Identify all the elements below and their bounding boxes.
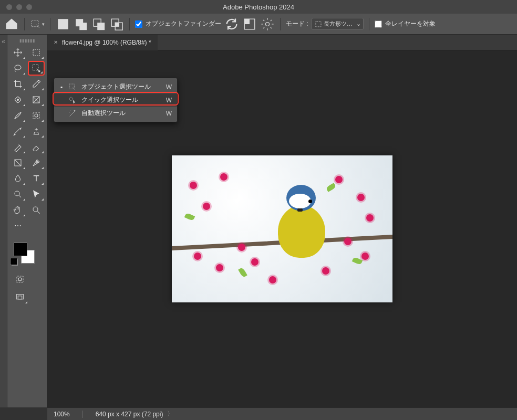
svg-rect-5 [97,23,105,30]
flyout-item-shortcut: W [166,110,172,117]
history-brush-tool[interactable] [9,140,26,154]
crop-tool[interactable] [9,77,26,91]
quick-selection-icon [68,96,77,104]
svg-rect-19 [33,112,39,119]
svg-rect-28 [18,296,22,299]
toolbox-grip[interactable]: ▮▮▮▮▮▮ [9,38,45,43]
flyout-item-magic-wand[interactable]: 自動選択ツール W [54,107,177,120]
dots-icon [14,222,22,230]
window-controls[interactable] [0,4,32,10]
mode-label: モード : [286,19,308,28]
svg-point-14 [15,65,21,70]
close-tab-icon[interactable]: ✕ [54,39,58,45]
color-swatches[interactable] [9,243,45,269]
object-finder-check[interactable] [135,20,142,28]
svg-rect-25 [17,276,23,282]
separator [129,18,130,30]
svg-rect-13 [33,49,39,56]
type-tool[interactable] [28,171,45,186]
gradient-tool[interactable] [9,155,26,170]
chevron-down-icon: ▾ [42,22,45,27]
panel-collapse-handle[interactable]: « [0,35,7,407]
flyout-item-label: クイック選択ツール [81,96,162,104]
brush-tool[interactable] [9,108,26,123]
home-button[interactable] [4,17,19,32]
separator [82,411,83,418]
toolbox: ▮▮▮▮▮▮ [7,35,47,407]
tool-preset-picker[interactable]: ▾ [30,17,45,32]
close-window-button[interactable] [6,4,12,10]
object-finder-label: オブジェクトファインダー [146,19,221,28]
object-selection-tool[interactable] [28,61,45,76]
svg-rect-1 [58,19,68,29]
gear-icon[interactable] [260,17,275,32]
flyout-item-object-selection[interactable]: ▪ オブジェクト選択ツール W [54,80,177,93]
subtract-selection-icon[interactable] [91,17,106,32]
flyout-item-quick-selection[interactable]: クイック選択ツール W [54,93,177,107]
document-dimensions[interactable]: 640 px x 427 px (72 ppi) [96,411,163,418]
quick-mask-button[interactable] [12,272,28,287]
status-bar: 100% 640 px x 427 px (72 ppi) 〉 [47,407,517,420]
refresh-button[interactable] [224,17,239,32]
object-selection-icon [68,83,77,91]
eraser-tool[interactable] [28,140,45,154]
mode-value: 長方形ツ… [324,20,353,28]
svg-rect-10 [244,19,250,24]
pen-tool[interactable] [28,155,45,170]
canvas[interactable] [172,155,392,302]
svg-point-26 [18,278,22,281]
add-selection-icon[interactable] [74,17,88,32]
art-history-tool[interactable] [9,124,26,139]
clone-stamp-tool[interactable] [28,124,45,139]
zoom-tool[interactable] [28,203,45,217]
document-tabs: ✕ flower4.jpg @ 100% (RGB/8#) * [47,35,517,50]
flyout-item-label: 自動選択ツール [81,109,162,118]
hand-tool[interactable] [9,203,26,217]
dodge-tool[interactable] [9,187,26,202]
tool-flyout-menu: ▪ オブジェクト選択ツール W クイック選択ツール W 自動選択ツール W [54,78,178,122]
separator [24,18,25,30]
mode-select[interactable]: 長方形ツ… ⌄ [312,18,364,30]
edit-toolbar-button[interactable] [9,218,26,233]
all-layers-checkbox[interactable]: 全レイヤーを対象 [375,19,436,28]
chevron-right-icon[interactable]: 〉 [167,410,173,418]
svg-point-23 [15,191,19,196]
svg-point-11 [266,22,270,26]
new-selection-icon[interactable] [56,17,70,32]
flyout-item-shortcut: W [166,97,172,104]
svg-point-20 [35,114,38,117]
overlay-options-button[interactable] [242,17,257,32]
current-tool-bullet: ▪ [59,83,64,91]
document-tab[interactable]: ✕ flower4.jpg @ 100% (RGB/8#) * [47,35,158,50]
minimize-window-button[interactable] [16,4,22,10]
marquee-tool[interactable] [28,45,45,60]
magic-wand-icon [68,109,77,118]
move-tool[interactable] [9,45,26,60]
options-bar: ▾ オブジェクトファインダー モード : 長方形ツ… ⌄ 全レイヤーを対象 [0,14,517,35]
remove-tool[interactable] [28,108,45,123]
lasso-tool[interactable] [9,61,26,76]
path-select-tool[interactable] [28,187,45,202]
title-bar: Adobe Photoshop 2024 [0,0,517,14]
svg-point-22 [36,161,37,162]
spot-heal-tool[interactable] [9,92,26,107]
frame-tool[interactable] [28,92,45,107]
zoom-window-button[interactable] [26,4,32,10]
default-colors-button[interactable] [12,259,18,266]
eyedropper-tool[interactable] [28,77,45,91]
separator [369,18,369,30]
svg-rect-8 [115,23,119,26]
svg-point-17 [17,99,19,101]
blur-tool[interactable] [9,171,26,186]
chevron-down-icon: ⌄ [356,20,361,27]
svg-rect-27 [16,295,24,299]
all-layers-check[interactable] [375,20,382,28]
flyout-item-shortcut: W [166,83,172,91]
separator [280,18,281,30]
object-finder-checkbox[interactable]: オブジェクトファインダー [135,19,221,28]
screen-mode-button[interactable] [12,290,28,304]
zoom-level[interactable]: 100% [54,411,70,418]
svg-point-30 [69,97,73,101]
intersect-selection-icon[interactable] [109,17,124,32]
foreground-color-swatch[interactable] [14,243,27,256]
